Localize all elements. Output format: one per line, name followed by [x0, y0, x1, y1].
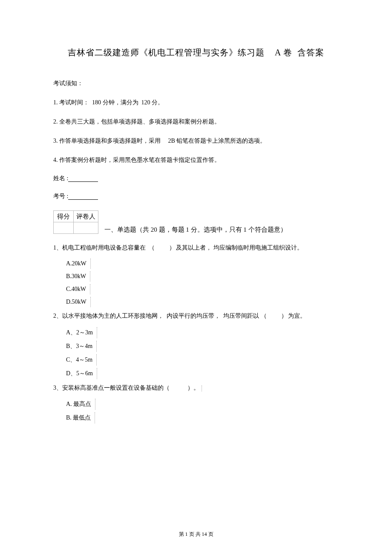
question-text: 及其以上者，: [176, 244, 212, 251]
option-label: A、2～3m: [66, 329, 97, 336]
score-cell[interactable]: [54, 222, 74, 234]
option-label: A. 最高点: [66, 400, 95, 408]
table-row: 得分 评卷人: [54, 211, 98, 222]
grader-cell[interactable]: [74, 222, 98, 234]
notice-heading: 考试须知：: [53, 79, 339, 88]
question-number: 1、: [53, 244, 62, 251]
option-label: B. 最低点: [66, 414, 95, 422]
title-volume: A 卷: [275, 48, 292, 57]
option-label: A.20kW: [66, 260, 91, 267]
question-2: 2、以水平接地体为主的人工环形接地网， 内设平行的均压带， 均压带间距以 （ ）…: [53, 311, 339, 321]
score-header-grader: 评卷人: [74, 211, 98, 222]
option-b[interactable]: B.30kW: [66, 273, 339, 280]
name-field-row: 姓名 :: [53, 175, 339, 182]
question-text: 均压带间距以: [223, 313, 259, 319]
name-label: 姓名 :: [53, 175, 68, 181]
page-footer: 第 1 页 共 14 页: [0, 531, 392, 538]
option-c[interactable]: C、4～5m: [66, 356, 339, 364]
notice-item-2: 2. 全卷共三大题，包括单项选择题、多项选择题和案例分析题。: [53, 117, 339, 126]
question-text: ）。: [187, 385, 202, 391]
question-text: 内设平行的均压带，: [167, 313, 220, 319]
question-text: 安装标高基准点一般设置在设备基础的（: [62, 385, 170, 391]
footer-prefix: 第: [179, 531, 184, 537]
option-label: D.50kW: [66, 299, 91, 305]
document-title: 吉林省二级建造师《机电工程管理与实务》练习题A 卷 含答案: [53, 47, 339, 58]
option-c[interactable]: C.40kW: [66, 286, 339, 293]
notice-3-prefix: 3. 作答单项选择题和多项选择题时，采用: [53, 138, 161, 144]
option-b[interactable]: B、3～4m: [66, 342, 339, 350]
option-b[interactable]: B. 最低点: [66, 414, 339, 422]
question-text: 为宜。: [288, 313, 306, 319]
option-d[interactable]: D.50kW: [66, 299, 339, 305]
id-input-line[interactable]: [68, 193, 98, 200]
footer-mid: 页 共: [189, 531, 201, 537]
table-row: [54, 222, 98, 234]
footer-suffix: 页: [208, 531, 213, 537]
name-input-line[interactable]: [68, 175, 98, 182]
notice-item-3: 3. 作答单项选择题和多项选择题时，采用 2B 铅笔在答题卡上涂黑所选的选项。: [53, 136, 339, 145]
notice-3-mid: 2B 铅笔在答题卡上涂黑所选的选项。: [168, 138, 266, 144]
score-header-score: 得分: [54, 211, 74, 222]
question-text: 以水平接地体为主的人工环形接地网，: [62, 313, 164, 319]
option-label: B.30kW: [66, 273, 90, 280]
notice-1-prefix: 1. 考试时间：: [53, 99, 89, 106]
title-answer: 含答案: [297, 48, 324, 57]
section-1-title: 一、单选题（共 20 题，每题 1 分。选项中，只有 1 个符合题意）: [104, 226, 287, 234]
option-label: D、5～6m: [66, 370, 97, 377]
question-number: 2、: [53, 313, 62, 319]
question-blank: （ ）: [149, 244, 176, 251]
score-section-row: 得分 评卷人 一、单选题（共 20 题，每题 1 分。选项中，只有 1 个符合题…: [53, 210, 339, 234]
title-main: 吉林省二级建造师《机电工程管理与实务》练习题: [68, 48, 265, 57]
footer-page-current: 1: [185, 531, 188, 537]
question-3: 3、安装标高基准点一般设置在设备基础的（ ）。: [53, 383, 339, 393]
option-label: B、3～4m: [66, 342, 97, 350]
notice-item-1: 1. 考试时间： 180 分钟，满分为 120 分。: [53, 98, 339, 107]
id-label: 考号 :: [53, 193, 68, 199]
score-box: 得分 评卷人: [53, 210, 98, 234]
option-a[interactable]: A. 最高点: [66, 400, 339, 408]
page: 吉林省二级建造师《机电工程管理与实务》练习题A 卷 含答案 考试须知： 1. 考…: [0, 0, 392, 555]
question-text: 机电工程临时用电设备总容量在: [62, 244, 146, 251]
notice-1-part2: 120 分。: [141, 99, 164, 106]
option-label: C、4～5m: [66, 356, 97, 364]
question-1: 1、机电工程临时用电设备总容量在 （ ）及其以上者， 均应编制临时用电施工组织设…: [53, 243, 339, 253]
question-number: 3、: [53, 385, 62, 391]
id-field-row: 考号 :: [53, 193, 339, 200]
notice-1-part1: 180 分钟，满分为: [92, 99, 138, 106]
question-text: 均应编制临时用电施工组织设计。: [213, 244, 303, 251]
score-table: 得分 评卷人: [53, 210, 98, 234]
notice-item-4: 4. 作答案例分析题时，采用黑色墨水笔在答题卡指定位置作答。: [53, 155, 339, 164]
option-label: C.40kW: [66, 286, 90, 293]
footer-page-total: 14: [202, 531, 207, 537]
option-a[interactable]: A、2～3m: [66, 329, 339, 336]
question-blank: （ ）: [261, 313, 288, 319]
question-blank: [170, 385, 187, 391]
option-d[interactable]: D、5～6m: [66, 370, 339, 377]
option-a[interactable]: A.20kW: [66, 260, 339, 267]
